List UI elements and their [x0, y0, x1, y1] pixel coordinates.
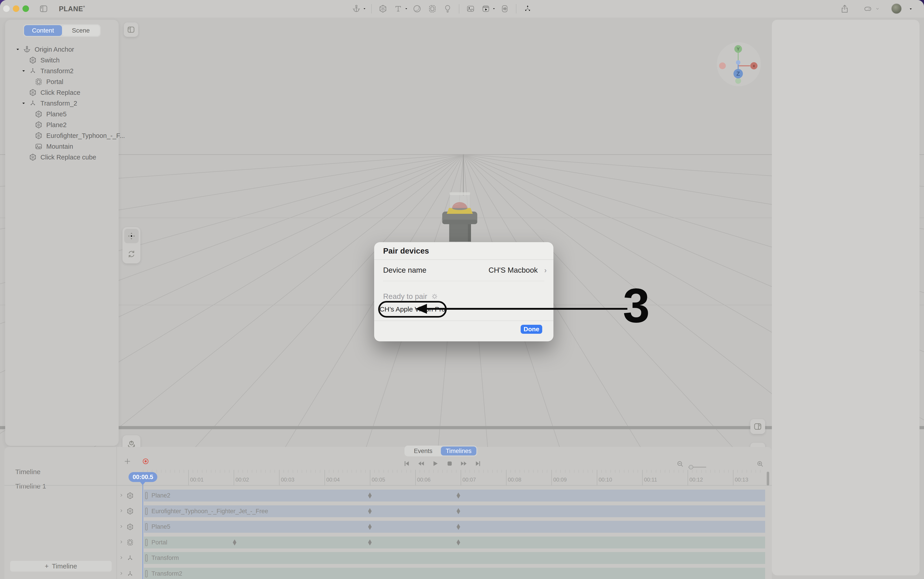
- tree-item-eurofighter-typhoon-f-[interactable]: Eurofighter_Typhoon_-_F...: [34, 130, 125, 141]
- cube-icon: [34, 110, 43, 118]
- playhead-line[interactable]: [143, 484, 143, 579]
- device-name-row[interactable]: Device name CH'S Macbook ›: [374, 259, 554, 281]
- track-name: Transform2: [151, 568, 182, 579]
- clip-start-marker: [145, 539, 147, 546]
- timeline-scrollbar[interactable]: [767, 472, 769, 486]
- annotation-arrow: [426, 308, 627, 310]
- sidebar-toggle-button[interactable]: [124, 23, 138, 37]
- gizmo-y-axis[interactable]: Y: [734, 45, 742, 53]
- tree-disclosure-closed[interactable]: [119, 524, 124, 530]
- panel-right-icon: [753, 422, 762, 431]
- inspector-panel-toggle[interactable]: [750, 419, 765, 434]
- video-asset-button[interactable]: [481, 4, 490, 13]
- cube-icon: [126, 507, 134, 515]
- anchor-button[interactable]: [352, 4, 361, 13]
- keyframe-diamond[interactable]: [457, 492, 460, 499]
- tree-disclosure-open[interactable]: [21, 100, 26, 106]
- cube-icon: [34, 132, 43, 140]
- tree-item-portal[interactable]: Portal: [34, 76, 63, 87]
- track-lane[interactable]: Portal: [144, 536, 765, 548]
- track-name: Eurofighter_Typhoon_-_Fighter_Jet_-_Free: [151, 505, 268, 517]
- tree-item-mountain[interactable]: Mountain: [34, 141, 73, 152]
- tree-item-click-replace[interactable]: Click Replace: [29, 87, 80, 98]
- axis-orientation-gizmo[interactable]: Y x Z: [714, 40, 764, 89]
- tree-disclosure-closed[interactable]: [119, 571, 124, 577]
- keyframe-diamond[interactable]: [368, 492, 372, 499]
- track-header-plane5[interactable]: [119, 521, 144, 533]
- keyframe-diamond[interactable]: [368, 508, 372, 514]
- track-header-portal[interactable]: [119, 536, 144, 548]
- track-header-plane2[interactable]: [119, 490, 144, 502]
- tree-disclosure-closed[interactable]: [119, 555, 124, 561]
- tree-item-label: Transform_2: [41, 100, 77, 107]
- track-lane[interactable]: Plane2: [144, 490, 765, 502]
- tab-content[interactable]: Content: [24, 25, 62, 36]
- done-button[interactable]: Done: [521, 325, 542, 334]
- light-button[interactable]: [443, 4, 452, 13]
- transform-node-button[interactable]: [523, 4, 532, 13]
- minimize-window-button[interactable]: [13, 5, 19, 12]
- tree-item-label: Mountain: [46, 143, 73, 150]
- gizmo-z-axis[interactable]: Z: [734, 69, 743, 79]
- track-lane[interactable]: Plane5: [144, 521, 765, 533]
- content-scene-tabs: Content Scene: [23, 24, 101, 37]
- video-asset-chevron[interactable]: [491, 7, 496, 11]
- keyframe-diamond[interactable]: [457, 508, 460, 514]
- tree-item-origin-anchor[interactable]: Origin Anchor: [23, 44, 74, 55]
- audio-asset-button[interactable]: [500, 4, 510, 13]
- device-name-value: CH'S Macbook: [488, 259, 538, 281]
- track-lane[interactable]: Transform2: [144, 568, 765, 579]
- sphere-primitive-button[interactable]: [412, 4, 422, 13]
- keyframe-diamond[interactable]: [368, 524, 372, 530]
- tree-item-switch[interactable]: Switch: [29, 55, 59, 65]
- vision-pro-button[interactable]: [862, 4, 880, 13]
- tree-item-plane2[interactable]: Plane2: [34, 119, 67, 130]
- keyframe-diamond[interactable]: [368, 540, 372, 546]
- gizmo-x-axis[interactable]: x: [750, 62, 757, 69]
- track-header-eurofighter-typhoon-fighter-jet-free[interactable]: [119, 505, 144, 517]
- image-asset-button[interactable]: [466, 4, 475, 13]
- tab-scene[interactable]: Scene: [62, 25, 100, 36]
- move-tool-button[interactable]: [124, 229, 139, 243]
- track-header-transform[interactable]: [119, 552, 144, 564]
- keyframe-diamond[interactable]: [457, 540, 460, 546]
- track-name: Transform: [151, 552, 179, 564]
- transform-icon: [126, 554, 134, 562]
- audio-asset-icon: [500, 4, 509, 13]
- tree-disclosure-closed[interactable]: [119, 508, 124, 514]
- track-header-transform2[interactable]: [119, 568, 144, 579]
- toolbar-divider: [371, 4, 372, 13]
- playhead-time-badge[interactable]: 00:00.5: [129, 472, 157, 482]
- tree-disclosure-open[interactable]: [21, 68, 26, 74]
- keyframe-diamond[interactable]: [233, 540, 236, 546]
- annotation-arrow-head: [415, 304, 427, 314]
- tree-item-label: Click Replace: [41, 89, 80, 96]
- tree-disclosure-closed[interactable]: [119, 492, 124, 499]
- titlebar-sidebar-toggle[interactable]: [39, 4, 49, 15]
- rotate-tool-button[interactable]: [124, 247, 139, 261]
- account-avatar[interactable]: [891, 3, 902, 14]
- clip-start-marker: [145, 507, 147, 515]
- zoom-window-button[interactable]: [23, 5, 29, 12]
- tree-item-transform2[interactable]: Transform2: [29, 65, 74, 76]
- cube-primitive-button[interactable]: [378, 4, 388, 13]
- frame-primitive-icon: [428, 4, 437, 13]
- tree-item-plane5[interactable]: Plane5: [34, 109, 67, 119]
- viewport-nav-pill[interactable]: [123, 227, 141, 263]
- anchor-chevron[interactable]: [362, 7, 367, 11]
- account-chevron-icon[interactable]: [908, 7, 913, 11]
- tree-disclosure-closed[interactable]: [119, 539, 124, 546]
- text-tool-chevron[interactable]: [404, 7, 408, 11]
- close-window-button[interactable]: [3, 5, 10, 12]
- tree-item-click-replace-cube[interactable]: Click Replace cube: [29, 152, 96, 163]
- frame-primitive-button[interactable]: [428, 4, 437, 13]
- keyframe-diamond[interactable]: [457, 524, 460, 530]
- transform-icon: [126, 570, 134, 577]
- track-lane[interactable]: Eurofighter_Typhoon_-_Fighter_Jet_-_Free: [144, 505, 765, 517]
- track-lane[interactable]: Transform: [144, 552, 765, 564]
- tree-disclosure-open[interactable]: [15, 46, 21, 52]
- red-button-pedestal: [442, 192, 477, 242]
- tree-item-transform-2[interactable]: Transform_2: [29, 98, 77, 109]
- text-tool-button[interactable]: [393, 4, 403, 13]
- share-button[interactable]: [840, 4, 850, 15]
